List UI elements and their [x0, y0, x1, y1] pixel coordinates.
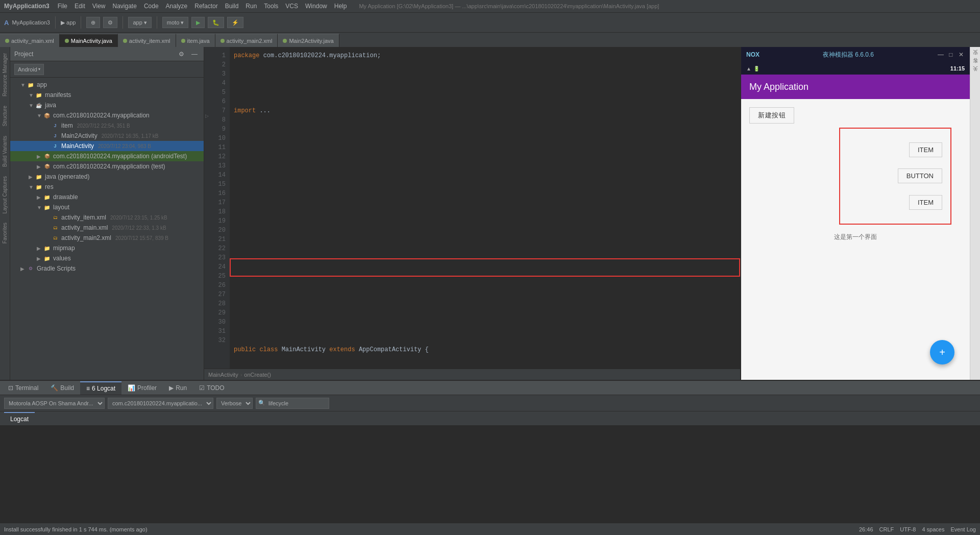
item-button-2[interactable]: ITEM: [909, 195, 942, 210]
tree-item-activity-item-xml[interactable]: 🗂 activity_item.xml 2020/7/12 23:15, 1.2…: [10, 212, 204, 223]
profile-btn[interactable]: ⚡: [227, 17, 243, 28]
logcat-sub-tab[interactable]: Logcat: [4, 412, 35, 425]
line-num-21: 21: [209, 235, 230, 244]
tree-item-package[interactable]: ▼ 📦 com.c201801020224.myapplication: [10, 110, 204, 120]
right-side-tabs: 文 安 客 关: [970, 47, 980, 380]
tree-label: java: [45, 102, 56, 109]
terminal-tab[interactable]: ⊡ Terminal: [2, 381, 44, 395]
menu-code[interactable]: Code: [141, 2, 162, 11]
app-module-label: ▶ app: [61, 19, 76, 26]
tree-item-gradle[interactable]: ▶ ⚙ Gradle Scripts: [10, 263, 204, 274]
tree-item-layout[interactable]: ▼ 📁 layout: [10, 202, 204, 212]
line-ending-indicator[interactable]: CRLF: [879, 526, 894, 532]
tree-item-activity-main-xml[interactable]: 🗂 activity_main.xml 2020/7/12 22:33, 1.3…: [10, 223, 204, 233]
device-select[interactable]: Motorola AOSP On Shama Andr...: [4, 398, 105, 409]
todo-tab[interactable]: ☑ TODO: [193, 381, 230, 395]
menu-analyze[interactable]: Analyze: [163, 2, 191, 11]
menu-window[interactable]: Window: [302, 2, 330, 11]
tab-mainactivity-java[interactable]: MainActivity.java: [60, 34, 118, 47]
tree-item-android-test[interactable]: ▶ 📦 com.c201801020224.myapplication (and…: [10, 151, 204, 161]
sync-btn[interactable]: ⊕: [86, 17, 100, 28]
run-btn[interactable]: ▶: [191, 17, 205, 28]
tab-main2activity-java[interactable]: Main2Activity.java: [278, 34, 339, 47]
tree-item-test[interactable]: ▶ 📦 com.c201801020224.myapplication (tes…: [10, 161, 204, 172]
menu-build[interactable]: Build: [222, 2, 242, 11]
tree-label: com.c201801020224.myapplication (test): [53, 163, 165, 170]
right-tab-guan[interactable]: 关: [971, 71, 980, 80]
tree-item-main2activity[interactable]: J Main2Activity 2020/7/12 16:35, 1.17 kB: [10, 131, 204, 141]
tree-item-java[interactable]: ▼ ☕ java: [10, 100, 204, 110]
breadcrumb-mainactivity[interactable]: MainActivity: [208, 372, 238, 378]
menu-run[interactable]: Run: [242, 2, 260, 11]
menu-view[interactable]: View: [89, 2, 109, 11]
tree-label: Main2Activity: [61, 132, 97, 139]
menu-refactor[interactable]: Refactor: [191, 2, 220, 11]
structure-tab[interactable]: Structure: [1, 102, 9, 131]
device-label[interactable]: moto ▾: [162, 17, 189, 28]
item-button-1[interactable]: ITEM: [909, 142, 942, 157]
java-file-icon: J: [51, 132, 59, 140]
tree-item-drawable[interactable]: ▶ 📁 drawable: [10, 192, 204, 202]
run-tab[interactable]: ▶ Run: [163, 381, 193, 395]
event-log-btn[interactable]: Event Log: [950, 526, 976, 532]
emulator-close-btn[interactable]: ✕: [958, 51, 965, 58]
right-tab-ke[interactable]: 客: [971, 63, 980, 71]
android-view-label[interactable]: Android ▾: [14, 64, 44, 75]
line-num-26: 26: [209, 281, 230, 290]
tree-item-values[interactable]: ▶ 📁 values: [10, 253, 204, 263]
indent-indicator[interactable]: 4 spaces: [922, 526, 944, 532]
tree-item-mainactivity[interactable]: J MainActivity 2020/7/12 23:04, 983 B: [10, 141, 204, 151]
button-button[interactable]: BUTTON: [898, 168, 942, 183]
profiler-icon: 📊: [128, 384, 135, 392]
line-col-indicator[interactable]: 26:46: [859, 526, 873, 532]
menu-file[interactable]: File: [55, 2, 70, 11]
tree-item-activity-main2-xml[interactable]: 🗂 activity_main2.xml 2020/7/12 15:57, 83…: [10, 233, 204, 243]
charset-indicator[interactable]: UTF-8: [900, 526, 916, 532]
build-tab[interactable]: 🔨 Build: [44, 381, 80, 395]
log-search-input[interactable]: [265, 398, 327, 409]
build-variants-tab[interactable]: Build Variants: [1, 132, 9, 171]
tab-activity-main-xml[interactable]: activity_main.xml: [0, 34, 60, 47]
code-line-13: [234, 272, 736, 281]
profiler-tab[interactable]: 📊 Profiler: [121, 381, 163, 395]
tab-activity-item-xml[interactable]: activity_item.xml: [118, 34, 176, 47]
right-tab-an[interactable]: 安: [971, 55, 980, 63]
log-level-select[interactable]: Verbose Debug Info Warn Error: [216, 398, 253, 409]
package-select[interactable]: com.c201801020224.myapplicatio...: [108, 398, 213, 409]
tree-item-res[interactable]: ▼ 📁 res: [10, 182, 204, 192]
logcat-tab[interactable]: ≡ 6 Logcat: [80, 381, 121, 395]
tree-item-item-java[interactable]: J item 2020/7/12 22:54, 351 B: [10, 120, 204, 131]
debug-btn[interactable]: 🐛: [208, 17, 224, 28]
layout-captures-tab[interactable]: Layout Captures: [1, 172, 9, 217]
breadcrumb-oncreate[interactable]: onCreate(): [244, 372, 271, 378]
emulator-maximize-btn[interactable]: □: [947, 51, 954, 58]
device-selector[interactable]: app ▾: [128, 17, 151, 28]
tree-item-mipmap[interactable]: ▶ 📁 mipmap: [10, 243, 204, 253]
folder-icon: 📁: [35, 173, 43, 181]
menu-vcs[interactable]: VCS: [282, 2, 301, 11]
emulator-minimize-btn[interactable]: —: [937, 51, 944, 58]
tree-item-java-generated[interactable]: ▶ 📁 java (generated): [10, 172, 204, 182]
line-num-16: 16: [209, 189, 230, 198]
tab-dot: [123, 39, 127, 43]
menu-navigate[interactable]: Navigate: [110, 2, 140, 11]
menu-tools[interactable]: Tools: [261, 2, 281, 11]
project-settings-btn[interactable]: ⚙: [176, 49, 186, 59]
fab-button[interactable]: +: [930, 340, 954, 364]
settings-btn[interactable]: ⚙: [103, 17, 117, 28]
code-text[interactable]: package com.c201801020224.myapplication;…: [230, 47, 740, 369]
project-collapse-btn[interactable]: —: [189, 49, 200, 59]
favorites-tab[interactable]: Favorites: [1, 218, 9, 248]
emulator-titlebar: NOX 夜神模拟器 6.6.0.6 — □ ✕: [741, 47, 970, 62]
resource-manager-tab[interactable]: Resource Manager: [1, 49, 9, 101]
tree-item-app[interactable]: ▼ 📁 app: [10, 80, 204, 90]
right-tab-wen[interactable]: 文: [971, 47, 980, 55]
menu-help[interactable]: Help: [331, 2, 350, 11]
menu-edit[interactable]: Edit: [71, 2, 88, 11]
tree-item-manifests[interactable]: ▼ 📁 manifests: [10, 90, 204, 100]
logcat-tab-label: 6 Logcat: [92, 385, 115, 392]
tab-activity-main2-xml[interactable]: activity_main2.xml: [215, 34, 278, 47]
xml-icon: 🗂: [51, 224, 59, 232]
tab-item-java[interactable]: item.java: [176, 34, 215, 47]
new-button[interactable]: 新建按钮: [749, 107, 794, 124]
